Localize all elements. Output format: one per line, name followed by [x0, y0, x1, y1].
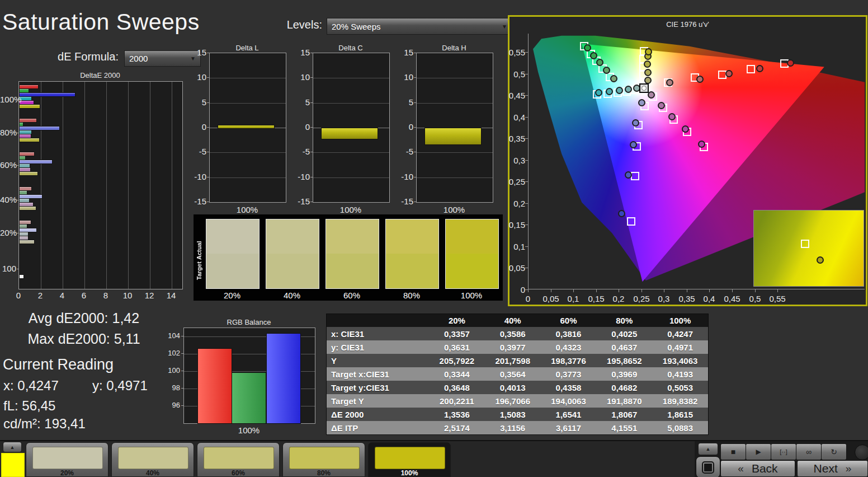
- table-cell: 195,8652: [596, 356, 652, 366]
- table-cell: 193,4063: [652, 356, 708, 366]
- table-cell: 198,3776: [541, 356, 597, 366]
- chevron-right-icon: »: [846, 462, 852, 475]
- deltae2000-chart: DeltaE 2000 02468101214100%80%60%40%20%1…: [0, 71, 193, 302]
- stop-measurement-button[interactable]: [696, 456, 720, 477]
- pattern-tile-60%[interactable]: 60%: [197, 442, 280, 477]
- table-cell: 3,1156: [485, 423, 541, 433]
- cie-x-tick: [755, 289, 756, 292]
- transport-stop-button[interactable]: ■: [720, 443, 746, 460]
- table-row-Target x:CIE31: Target x:CIE310,33440,35640,37730,39690,…: [327, 367, 708, 381]
- deltae-bar-100%-Yellow: [19, 104, 40, 109]
- table-row-label: Target x:CIE31: [327, 370, 429, 379]
- delta-y-tick: [414, 102, 416, 103]
- cie-y-tick: [525, 74, 528, 74]
- table-header-60%: 60%: [541, 316, 597, 325]
- table-cell: 5,0883: [652, 423, 708, 433]
- cie-chart-title: CIE 1976 u'v': [510, 20, 866, 29]
- collapse-up-button-right[interactable]: ▲: [698, 443, 718, 455]
- deltae-x-tick-label: 8: [97, 291, 114, 300]
- delta-y-tick-label: -5: [291, 147, 310, 156]
- cie-target-square-red: [747, 65, 755, 73]
- cie-1976-panel[interactable]: CIE 1976 u'v' 00,050,10,150,20,250,30,35…: [508, 15, 867, 306]
- cie-y-tick: [525, 95, 528, 96]
- cie-target-square-blue: [627, 217, 635, 226]
- cie-x-tick-label: 0,55: [766, 294, 789, 303]
- cie-y-tick-label: 0,55: [505, 48, 525, 57]
- cie-measured-point-red: [666, 79, 673, 86]
- table-cell: 0,4247: [652, 329, 708, 339]
- rgb-y-tick-label: 104: [162, 331, 180, 340]
- pattern-tile-80%[interactable]: 80%: [282, 442, 365, 477]
- cie-measured-point-cyan: [616, 87, 623, 94]
- collapse-up-button[interactable]: ▲: [3, 442, 22, 452]
- deltae-group-label: 20%: [0, 228, 16, 237]
- transport-play-button[interactable]: ▶: [746, 443, 771, 460]
- table-header-20%: 20%: [429, 316, 485, 325]
- cie-measured-point-blue: [630, 141, 637, 148]
- delta-gridline: [210, 78, 286, 78]
- delta-gridline: [313, 78, 389, 78]
- next-button[interactable]: Next »: [797, 460, 868, 477]
- max-de2000-value: Max dE2000: 5,11: [0, 331, 168, 347]
- pattern-tile-20%[interactable]: 20%: [26, 442, 108, 477]
- delta-y-tick: [310, 127, 313, 128]
- infinity-icon: ∞: [806, 447, 812, 456]
- cie-x-tick: [732, 289, 733, 292]
- rgb-x-label: 100%: [183, 425, 314, 435]
- cie-y-tick: [525, 160, 528, 161]
- cie-measured-point-green: [584, 44, 591, 52]
- table-cell: 191,8870: [596, 396, 652, 406]
- deltae-x-tick-label: 10: [119, 291, 136, 300]
- pattern-tile-40%[interactable]: 40%: [111, 442, 194, 477]
- delta-y-tick-label: 10: [291, 72, 310, 82]
- back-button[interactable]: « Back: [720, 460, 795, 477]
- table-cell: 0,3586: [485, 329, 541, 339]
- cie-x-tick-label: 0,25: [630, 294, 653, 303]
- pattern-tile-label-100%: 100%: [369, 469, 450, 477]
- current-color-chip: [1, 453, 25, 477]
- delta-gridline: [417, 78, 493, 78]
- levels-dropdown[interactable]: 20% Sweeps ▼: [327, 18, 512, 35]
- cie-measured-point-red: [696, 76, 704, 83]
- range-icon: [··]: [780, 448, 787, 455]
- delta-chart-title-delta_l: Delta L: [209, 44, 285, 52]
- delta-bar-delta_c: [321, 128, 378, 139]
- cie-x-tick: [641, 289, 642, 292]
- cie-x-tick: [528, 289, 529, 292]
- deltae-group-label: 60%: [0, 160, 16, 170]
- delta-y-tick-label: -5: [395, 147, 413, 156]
- cie-measured-point-yellow: [644, 69, 652, 76]
- cie-x-tick: [551, 289, 551, 292]
- cie-x-tick-label: 0,15: [585, 294, 607, 303]
- deltae-gridline: [41, 82, 41, 289]
- swatch-label-100%: 100%: [445, 291, 498, 300]
- deltae2000-plot: [18, 81, 183, 289]
- cie-x-tick-label: 0: [517, 294, 539, 303]
- cie-measured-point-green: [596, 59, 603, 66]
- delta-y-tick: [414, 177, 416, 177]
- swatch-actual-40%: [266, 219, 319, 254]
- current-fl-value: fL: 56,45: [3, 398, 55, 414]
- cie-inset-measured-point: [817, 256, 824, 264]
- table-cell: 0,3357: [429, 329, 485, 339]
- deltae-y-tick: [17, 233, 19, 233]
- table-row-label: x: CIE31: [327, 329, 429, 339]
- delta-y-tick-label: 10: [188, 72, 206, 82]
- table-cell: 196,7066: [485, 396, 541, 406]
- cie-measured-point-blue: [632, 119, 639, 127]
- table-row-x: CIE31: x: CIE310,33570,35860,38160,40250,4247: [327, 327, 708, 340]
- cie-measured-point-blue: [638, 99, 645, 106]
- delta-y-tick: [207, 152, 209, 152]
- pattern-tile-100%[interactable]: 100%: [368, 442, 451, 477]
- transport-range-button[interactable]: [··]: [771, 443, 796, 460]
- delta-gridline: [313, 152, 389, 153]
- delta-y-tick: [310, 152, 313, 152]
- cie-y-tick: [525, 268, 528, 268]
- delta-gridline: [210, 152, 286, 153]
- cie-measured-point-magenta: [698, 141, 705, 148]
- swatch-target-20%: [206, 254, 259, 288]
- transport-refresh-button[interactable]: ↻: [821, 443, 847, 460]
- table-row-Y: Y205,7922201,7598198,3776195,8652193,406…: [327, 354, 708, 367]
- table-cell: 0,4682: [596, 383, 652, 392]
- transport-infinity-button[interactable]: ∞: [796, 443, 822, 460]
